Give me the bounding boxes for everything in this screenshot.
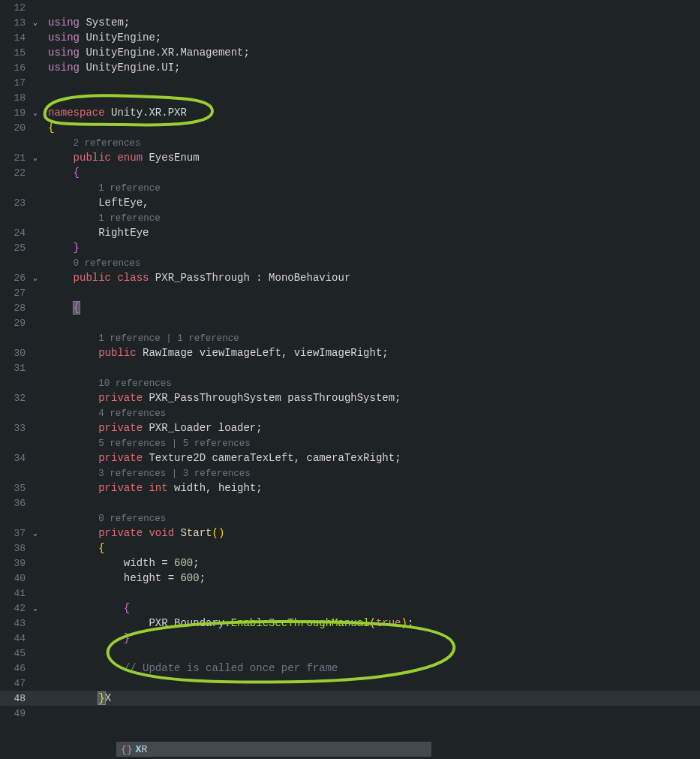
code-line[interactable]: 37 ⌄ private void Start() [0, 526, 700, 541]
code-line[interactable]: 31 [0, 360, 700, 375]
enum-member: LeftEye [98, 197, 143, 209]
keyword-private: private [98, 527, 143, 539]
keyword-private: private [98, 422, 143, 434]
codelens[interactable]: 1 reference [0, 180, 700, 195]
code-line[interactable]: 16 using UnityEngine.UI; [0, 60, 700, 75]
identifier: UnityEngine [86, 32, 155, 44]
code-line[interactable]: 12 [0, 0, 700, 15]
codelens-label: 10 references [98, 378, 172, 389]
code-line[interactable]: 36 [0, 495, 700, 511]
code-line[interactable]: 39 width = 600; [0, 556, 700, 571]
code-line[interactable]: 26 ⌄ public class PXR_PassThrough : Mono… [0, 270, 700, 285]
code-line[interactable]: 13 ⌄ using System; [0, 15, 700, 30]
code-line[interactable]: 45 [0, 646, 700, 661]
intellisense-popup[interactable]: {} XR [116, 742, 431, 757]
code-editor[interactable]: 12 13 ⌄ using System; 14 using UnityEngi… [0, 0, 700, 721]
code-line-active[interactable]: 48 }X [0, 691, 700, 706]
identifier: viewImageRight [294, 347, 383, 359]
number-literal: 600 [174, 557, 193, 569]
keyword-private: private [98, 392, 143, 404]
codelens[interactable]: 2 references [0, 135, 700, 150]
code-line[interactable]: 40 height = 600; [0, 571, 700, 586]
identifier: cameraTexRight [307, 452, 395, 464]
keyword-using: using [48, 62, 80, 74]
code-line[interactable]: 27 [0, 285, 700, 300]
code-line[interactable]: 41 [0, 586, 700, 601]
code-line[interactable]: 15 using UnityEngine.XR.Management; [0, 45, 700, 60]
type-name: PXR_Boundary [149, 617, 224, 629]
codelens[interactable]: 4 references [0, 405, 700, 420]
codelens-label: 1 reference [98, 183, 161, 194]
line-number: 47 [0, 678, 30, 689]
type-name: RawImage [143, 347, 193, 359]
method-call: EnableSeeThroughManual [231, 617, 370, 629]
codelens-label: 2 references [74, 138, 141, 149]
line-number: 43 [0, 618, 30, 629]
code-line[interactable]: 34 private Texture2D cameraTexLeft, came… [0, 450, 700, 465]
code-line[interactable]: 14 using UnityEngine; [0, 30, 700, 45]
popup-match-rest: R [141, 744, 147, 755]
brace-highlight: { [74, 302, 80, 314]
codelens[interactable]: 3 references | 3 references [0, 465, 700, 480]
codelens-label: 0 references [74, 258, 141, 269]
fold-toggle[interactable]: ⌄ [30, 153, 41, 162]
codelens[interactable]: 5 references | 5 references [0, 435, 700, 450]
code-line[interactable]: 24 RightEye [0, 225, 700, 240]
code-line[interactable]: 46 // Update is called once per frame [0, 661, 700, 676]
code-line[interactable]: 18 [0, 90, 700, 105]
identifier: XR [149, 107, 161, 119]
brace-highlight: } [98, 692, 104, 704]
fold-toggle[interactable]: ⌄ [30, 18, 41, 27]
codelens[interactable]: 1 reference | 1 reference [0, 330, 700, 345]
line-number: 16 [0, 62, 30, 74]
line-number: 14 [0, 32, 30, 44]
codelens[interactable]: 10 references [0, 375, 700, 390]
fold-toggle[interactable]: ⌄ [30, 273, 41, 282]
code-line[interactable]: 33 private PXR_Loader loader; [0, 420, 700, 435]
code-line[interactable]: 47 [0, 676, 700, 691]
namespace-icon: {} [121, 744, 133, 755]
code-line[interactable]: 44 } [0, 631, 700, 646]
code-line[interactable]: 43 PXR_Boundary.EnableSeeThroughManual(t… [0, 616, 700, 631]
number-literal: 600 [180, 572, 199, 584]
code-line[interactable]: 42 ⌄ { [0, 601, 700, 616]
code-line[interactable]: 23 LeftEye, [0, 195, 700, 210]
code-line[interactable]: 17 [0, 75, 700, 90]
line-number: 36 [0, 498, 30, 509]
line-number: 15 [0, 47, 30, 59]
code-line[interactable]: 49 [0, 706, 700, 721]
line-number: 49 [0, 708, 30, 719]
keyword-public: public [74, 272, 111, 284]
code-line[interactable]: 35 private int width, height; [0, 480, 700, 495]
codelens[interactable]: 0 references [0, 255, 700, 270]
code-line[interactable]: 38 { [0, 541, 700, 556]
codelens[interactable]: 1 reference [0, 210, 700, 225]
code-line[interactable]: 28 { [0, 300, 700, 315]
keyword-public: public [98, 347, 136, 359]
code-line[interactable]: 20 { [0, 120, 700, 135]
type-name: PXR_PassThroughSystem [149, 392, 281, 404]
code-line[interactable]: 32 private PXR_PassThroughSystem passThr… [0, 390, 700, 405]
code-line[interactable]: 22 { [0, 165, 700, 180]
fold-toggle[interactable]: ⌄ [30, 108, 41, 117]
identifier: Unity [111, 107, 143, 119]
code-line[interactable]: 19 ⌄ namespace Unity.XR.PXR [0, 105, 700, 120]
codelens-label: 1 reference [98, 213, 161, 224]
code-line[interactable]: 21 ⌄ public enum EyesEnum [0, 150, 700, 165]
codelens-label: 0 references [98, 514, 166, 524]
codelens[interactable]: 0 references [0, 511, 700, 526]
fold-toggle[interactable]: ⌄ [30, 604, 41, 613]
code-line[interactable]: 30 public RawImage viewImageLeft, viewIm… [0, 345, 700, 360]
type-name: Texture2D [149, 452, 206, 464]
line-number: 12 [0, 2, 30, 14]
line-number: 24 [0, 227, 30, 239]
line-number: 17 [0, 77, 30, 89]
line-number: 44 [0, 633, 30, 644]
line-number: 39 [0, 558, 30, 569]
keyword-using: using [48, 32, 80, 44]
fold-toggle[interactable]: ⌄ [30, 529, 41, 538]
code-line[interactable]: 25 } [0, 240, 700, 255]
keyword-int: int [149, 482, 167, 494]
enum-member: RightEye [98, 227, 149, 239]
code-line[interactable]: 29 [0, 315, 700, 330]
